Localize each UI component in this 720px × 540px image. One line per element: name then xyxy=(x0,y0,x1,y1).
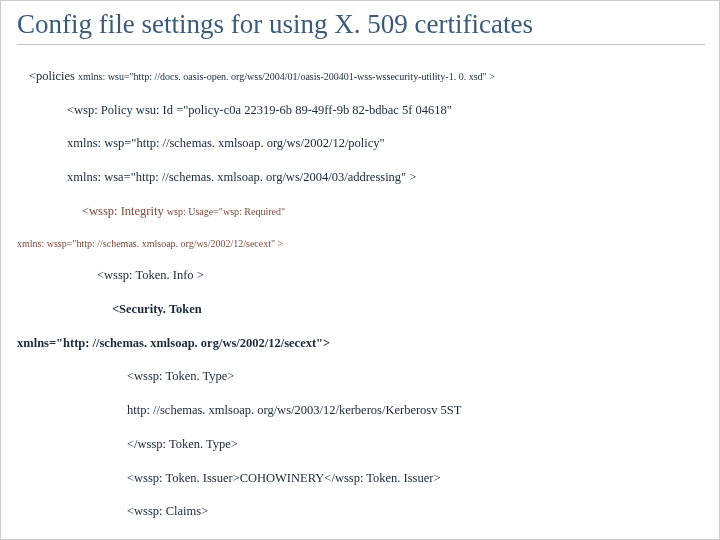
tokentype-open: <wssp: Token. Type> xyxy=(17,368,705,385)
tokeninfo-open: <wssp: Token. Info > xyxy=(17,267,705,284)
tokentype-close: </wssp: Token. Type> xyxy=(17,436,705,453)
integrity-open: <wssp: Integrity xyxy=(82,204,167,218)
integrity-ns: xmlns: wssp="http: //schemas. xmlsoap. o… xyxy=(17,237,705,251)
claims-open: <wssp: Claims> xyxy=(17,503,705,520)
code-block: <policies xmlns: wsu="http: //docs. oasi… xyxy=(17,51,705,540)
policies-ns: xmlns: wsu="http: //docs. oasis-open. or… xyxy=(78,71,495,82)
securitytoken-ns: xmlns="http: //schemas. xmlsoap. org/ws/… xyxy=(17,335,705,352)
integrity-attr: wsp: Usage="wsp: Required" xyxy=(167,206,285,217)
token-issuer: <wssp: Token. Issuer>COHOWINERY</wssp: T… xyxy=(17,470,705,487)
tokentype-value: http: //schemas. xmlsoap. org/ws/2003/12… xyxy=(17,402,705,419)
securitytoken-open: <Security. Token xyxy=(17,301,705,318)
slide-title: Config file settings for using X. 509 ce… xyxy=(17,9,705,45)
slide: Config file settings for using X. 509 ce… xyxy=(1,1,720,540)
wsp-policy-line1: <wsp: Policy wsu: Id ="policy-c0a 22319-… xyxy=(17,102,705,119)
policies-open: <policies xyxy=(29,69,78,83)
wsp-policy-line3: xmlns: wsa="http: //schemas. xmlsoap. or… xyxy=(17,169,705,186)
wsp-policy-line2: xmlns: wsp="http: //schemas. xmlsoap. or… xyxy=(17,135,705,152)
